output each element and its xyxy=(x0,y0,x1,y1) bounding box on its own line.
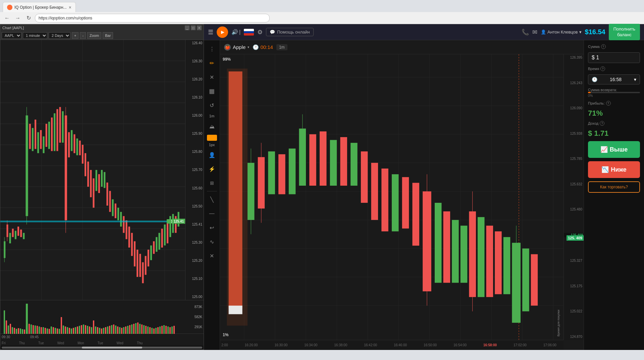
zoom-minus-btn[interactable]: - xyxy=(80,32,86,39)
indicators-btn[interactable]: ▦ xyxy=(206,85,218,97)
svg-rect-95 xyxy=(18,328,19,334)
browser-tab[interactable]: IQ Option | Брокер Бинарн... × xyxy=(3,2,76,12)
tws-maximize-btn[interactable]: □ xyxy=(191,25,196,30)
close-tool-btn[interactable]: ✕ xyxy=(206,71,218,83)
svg-rect-114 xyxy=(57,328,58,334)
timeframe-select[interactable]: 1 minute xyxy=(23,32,47,39)
tws-minimize-btn[interactable]: _ xyxy=(185,25,190,30)
svg-rect-82 xyxy=(167,220,168,243)
tws-close-btn[interactable]: × xyxy=(197,25,202,30)
user-btn[interactable]: 👤 Антон Клевцов ▾ xyxy=(541,29,581,35)
svg-rect-170 xyxy=(169,327,171,334)
hamburger-btn[interactable]: ☰ xyxy=(208,28,213,36)
signal-btn[interactable]: ⚡ xyxy=(206,163,218,175)
address-input[interactable] xyxy=(35,14,270,22)
tws-canvas-area: 126.40 126.30 126.20 126.10 126.00 125.9… xyxy=(0,40,204,300)
iq-price-11: 125.022 xyxy=(564,309,584,313)
asset-dropdown-icon: ▾ xyxy=(248,45,249,49)
svg-rect-132 xyxy=(93,320,94,334)
amount-label: Сумма ? xyxy=(588,44,640,49)
chart-type-icon-btn[interactable]: ⛰ xyxy=(206,121,218,133)
svg-rect-62 xyxy=(112,199,114,216)
amount-input[interactable] xyxy=(588,52,640,63)
svg-rect-146 xyxy=(121,328,122,334)
svg-rect-210 xyxy=(330,140,337,186)
svg-rect-21 xyxy=(9,233,11,243)
svg-rect-59 xyxy=(104,172,105,188)
svg-rect-68 xyxy=(128,227,130,248)
svg-rect-100 xyxy=(29,324,30,334)
mail-btn[interactable]: ✉ xyxy=(532,28,537,36)
iq-plot-area: 99% 1% xyxy=(220,54,564,340)
trend-line-btn[interactable]: ╲ xyxy=(206,193,218,205)
svg-rect-209 xyxy=(320,131,326,186)
svg-rect-50 xyxy=(79,140,81,155)
time-display[interactable]: 🕐 16:58 ▾ xyxy=(588,74,640,84)
chart-type-btn[interactable]: Bar xyxy=(103,32,113,39)
current-price-badge: 125. 409 xyxy=(567,235,584,241)
tools-menu-btn[interactable]: ⋮ xyxy=(206,43,218,55)
svg-rect-203 xyxy=(268,152,275,194)
history-btn[interactable]: ↺ xyxy=(206,99,218,111)
pencil-tool-btn[interactable]: ✏ xyxy=(206,57,218,69)
svg-rect-49 xyxy=(76,138,78,155)
return-bar-track xyxy=(588,92,640,93)
time-t0: 2:00 xyxy=(221,343,228,347)
time-annotation: Время для покупки xyxy=(557,310,560,337)
svg-rect-229 xyxy=(478,217,484,297)
higher-btn[interactable]: 📈 Выше xyxy=(588,141,640,158)
svg-rect-154 xyxy=(137,322,139,334)
tws-volume-area: 873K 582K 291K xyxy=(0,300,204,334)
time-label-panel: Время ? xyxy=(588,66,640,71)
symbol-select[interactable]: AAPL xyxy=(2,32,21,39)
svg-rect-230 xyxy=(486,226,493,297)
iq-chart-topbar: 🍎 Apple ▾ 🕐 00:14 1m xyxy=(220,40,584,54)
reload-btn[interactable]: ↻ xyxy=(24,14,33,22)
flag-russia-icon xyxy=(244,29,254,36)
profit-info-icon[interactable]: ? xyxy=(606,101,611,106)
price-level-5: 126.00 xyxy=(185,114,204,117)
iq-main: ⋮ ✏ ✕ ▦ ↺ 1m ⛰ 1px 👤 ⚡ ⊞ ╲ — ↩ ∿ xyxy=(204,40,644,350)
forward-btn[interactable]: → xyxy=(13,14,22,22)
svg-rect-164 xyxy=(157,327,159,334)
x-mark-btn[interactable]: ✕ xyxy=(206,250,218,262)
income-info-icon[interactable]: ? xyxy=(600,121,604,126)
zoom-btn[interactable]: Zoom xyxy=(87,32,101,39)
svg-rect-205 xyxy=(289,148,296,194)
svg-rect-33 xyxy=(37,132,39,153)
help-btn[interactable]: 💬 Помощь онлайн xyxy=(266,28,314,36)
svg-rect-219 xyxy=(423,191,431,291)
user-dropdown-icon: ▾ xyxy=(579,29,582,35)
person-indicator-btn[interactable]: 👤 xyxy=(206,149,218,161)
amount-info-icon[interactable]: ? xyxy=(601,44,606,49)
table-icon-btn[interactable]: ⊞ xyxy=(206,177,218,189)
lower-btn[interactable]: 📉 Ниже xyxy=(588,161,640,178)
back-btn[interactable]: ← xyxy=(3,14,11,22)
zoom-plus-btn[interactable]: + xyxy=(72,32,78,39)
period-select[interactable]: 2 Days xyxy=(49,32,70,39)
time-info-icon[interactable]: ? xyxy=(600,66,605,71)
return-pct: 0% xyxy=(588,94,593,98)
svg-rect-195 xyxy=(229,71,243,308)
svg-rect-70 xyxy=(134,241,136,266)
svg-rect-71 xyxy=(137,250,138,277)
how-to-trade-btn[interactable]: Как торговать? xyxy=(588,181,640,193)
tws-crosshair-line xyxy=(0,222,167,222)
svg-rect-18 xyxy=(6,225,8,237)
arrow-back-btn[interactable]: ↩ xyxy=(206,222,218,234)
orange-color-block[interactable] xyxy=(207,135,217,141)
date-label-6: Tue xyxy=(98,341,103,345)
svg-rect-121 xyxy=(71,328,72,334)
wave-btn[interactable]: ∿ xyxy=(206,236,218,248)
svg-rect-91 xyxy=(10,324,11,334)
mute-btn[interactable]: 🔊 | xyxy=(231,29,240,35)
horizontal-line-btn[interactable]: — xyxy=(206,207,218,220)
topup-btn[interactable]: Пополнить баланс xyxy=(609,24,640,41)
tab-close-btn[interactable]: × xyxy=(69,5,71,10)
phone-btn[interactable]: 📞 xyxy=(522,28,529,36)
time-t11: 17:06:00 xyxy=(543,343,556,347)
svg-rect-89 xyxy=(6,320,7,334)
asset-selector[interactable]: 🍎 Apple ▾ xyxy=(224,44,249,51)
tws-volume-svg xyxy=(0,300,185,334)
settings-btn[interactable]: ⚙ xyxy=(257,28,263,36)
